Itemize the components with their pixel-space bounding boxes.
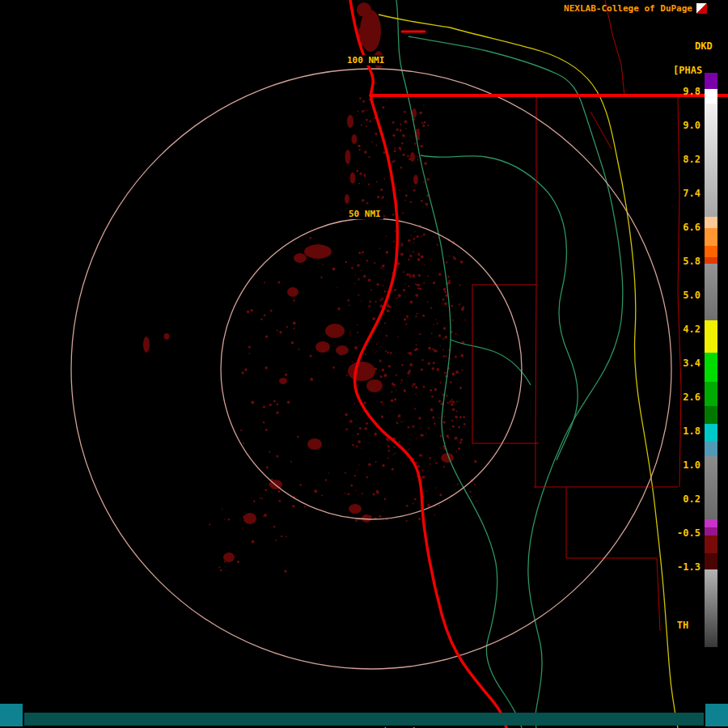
range-ring-label-100nmi: 100 NMI [345,55,387,66]
colorbar-segment [705,89,717,104]
radar-display: 100 NMI 50 NMI NEXLAB-College of DuPage … [0,0,728,728]
colorbar-tick-label: 8.2 [665,154,700,165]
rivers-layer [396,0,623,728]
colorbar-tick-label: 5.8 [665,256,700,267]
corner-square-left [0,704,23,726]
colorbar-segment [705,73,717,89]
colorbar-tick-label: 1.0 [665,459,700,471]
colorbar [705,73,717,647]
colorbar-tick-label: 9.0 [665,120,700,131]
colorbar-segment [705,553,717,569]
colorbar-tick-label: 7.4 [665,188,700,199]
colorbar-segment [705,320,717,353]
colorbar-segment [705,569,717,647]
colorbar-segment [705,246,717,257]
colorbar-segment [705,442,717,456]
corner-square-right [705,704,728,726]
colorbar-segment [705,519,717,527]
colorbar-segment [705,382,717,406]
colorbar-tick-label: 0.2 [665,493,700,505]
colorbar-tick-label: -1.3 [665,561,700,573]
colorbar-tick-label: -0.5 [665,527,700,539]
colorbar-tick-label: 6.6 [665,222,700,233]
colorbar-tick-label: 4.2 [665,324,700,335]
colorbar-tick-label: 1.8 [665,425,700,437]
colorbar-segment [705,104,717,217]
threshold-label: TH [665,620,700,631]
colorbar-segment [705,228,717,246]
colorbar-segment [705,257,717,264]
colorbar-segment [705,456,717,519]
colorbar-segment [705,353,717,382]
radar-echoes-layer [143,2,477,573]
colorbar-tick-label: 5.0 [665,290,700,301]
colorbar-segment [705,406,717,424]
colorbar-segment [705,264,717,320]
echo-speckles [209,97,477,573]
colorbar-segment [705,217,717,228]
colorbar-ticks: 9.89.08.27.46.65.85.04.23.42.61.81.00.2-… [665,0,700,728]
colorbar-segment [705,527,717,535]
product-title-bar: SPECIFIC DIFFERENTIAL PHASE (KDP) 0.5 DE… [24,713,704,726]
range-ring-label-50nmi: 50 NMI [346,209,383,219]
colorbar-segment [705,424,717,442]
colorbar-tick-label: 2.6 [665,392,700,403]
colorbar-tick-label: 9.8 [665,86,700,97]
radar-map [0,0,728,728]
state-boundary-line [379,15,678,728]
colorbar-tick-label: 3.4 [665,358,700,369]
colorbar-segment [705,535,717,553]
